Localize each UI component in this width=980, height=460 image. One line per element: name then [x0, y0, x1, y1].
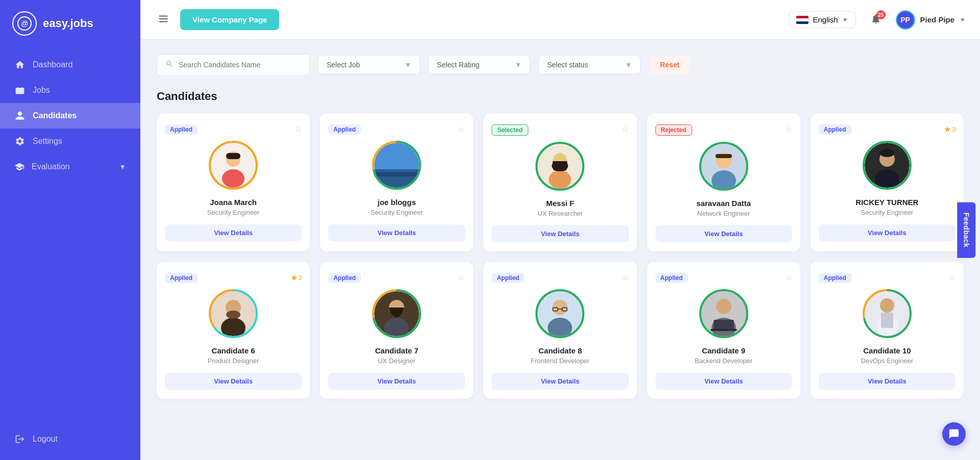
card-top-row: Applied ☆ — [492, 273, 628, 283]
avatar-wrap — [534, 288, 585, 339]
view-details-button[interactable]: View Details — [328, 373, 465, 390]
logout-item[interactable]: Logout — [14, 433, 126, 445]
card-top-row: Applied ☆ — [165, 124, 302, 135]
feedback-button[interactable]: Feedback — [958, 202, 976, 258]
view-details-button[interactable]: View Details — [819, 224, 955, 241]
star-rating[interactable]: ★ 3 — [944, 124, 955, 134]
status-badge: Applied — [819, 273, 851, 283]
section-header: Candidates — [157, 90, 964, 103]
star-rating[interactable]: ☆ — [948, 273, 955, 283]
view-details-button[interactable]: View Details — [492, 373, 628, 390]
star-rating[interactable]: ☆ — [295, 124, 302, 134]
language-selector[interactable]: English ▼ — [789, 11, 855, 28]
candidate-card: Applied ☆ Candidate 7 UX Designer View D… — [320, 262, 473, 399]
sidebar-bottom: Logout — [0, 424, 140, 460]
star-rating[interactable]: ☆ — [458, 124, 465, 134]
status-badge: Applied — [492, 273, 524, 283]
avatar-wrap — [208, 288, 259, 339]
view-company-button[interactable]: View Company Page — [180, 9, 279, 30]
star-rating[interactable]: ★ 3 — [290, 273, 302, 283]
svg-text:@: @ — [21, 19, 28, 28]
candidate-name: Candidate 7 — [375, 346, 419, 355]
candidate-role: Security Engineer — [207, 209, 260, 216]
avatar-wrap — [371, 288, 422, 339]
candidate-role: UX Designer — [378, 357, 415, 365]
candidate-name: Joana March — [210, 198, 257, 207]
rating-chevron-icon: ▼ — [514, 61, 522, 69]
view-details-button[interactable]: View Details — [655, 373, 792, 390]
candidate-role: Network Engineer — [697, 210, 750, 217]
view-details-button[interactable]: View Details — [328, 224, 465, 241]
avatar-wrap — [698, 288, 749, 339]
select-status-dropdown[interactable]: Select status ▼ — [538, 55, 641, 74]
svg-rect-3 — [159, 18, 168, 19]
status-badge: Applied — [819, 124, 851, 135]
star-rating[interactable]: ☆ — [785, 124, 792, 134]
card-top-row: Applied ★ 3 — [819, 124, 955, 135]
svg-rect-4 — [159, 21, 168, 22]
flag-icon — [796, 16, 808, 24]
card-top-row: Applied ☆ — [328, 273, 465, 283]
star-count: 3 — [952, 126, 955, 133]
notification-button[interactable]: 25 — [864, 10, 888, 29]
candidate-name: RICKEY TURNER — [855, 198, 918, 207]
card-top-row: Applied ☆ — [655, 273, 792, 283]
user-name: Pied Pipe — [920, 15, 955, 24]
card-top-row: Applied ★ 3 — [165, 273, 302, 283]
candidate-card: Applied ☆ Joana March Security Engineer … — [157, 113, 310, 251]
chat-bubble[interactable] — [942, 422, 966, 446]
status-badge: Applied — [328, 273, 361, 283]
chevron-down-icon: ▼ — [119, 163, 126, 171]
candidate-card: Selected ☆ Messi F UX Researcher View De… — [483, 113, 636, 251]
select-rating-dropdown[interactable]: Select Rating ▼ — [428, 55, 530, 74]
candidates-label: Candidates — [33, 111, 77, 120]
select-job-dropdown[interactable]: Select Job ▼ — [318, 55, 420, 74]
header: View Company Page English ▼ 25 PP Pied P… — [140, 0, 980, 40]
svg-rect-2 — [159, 16, 168, 17]
card-top-row: Rejected ☆ — [655, 124, 792, 136]
user-profile[interactable]: PP Pied Pipe ▼ — [896, 10, 966, 30]
sidebar: @ easy.jobs Dashboard Jobs Candidates — [0, 0, 140, 460]
candidate-name: Candidate 8 — [538, 346, 582, 355]
candidate-card: Applied ☆ joe bloggs Security Engineer V… — [320, 113, 473, 251]
star-rating[interactable]: ☆ — [458, 273, 465, 283]
candidate-name: joe bloggs — [378, 198, 416, 207]
view-details-button[interactable]: View Details — [492, 225, 628, 242]
avatar-wrap — [862, 140, 913, 191]
sidebar-item-evaluation[interactable]: Evaluation ▼ — [0, 154, 140, 180]
view-details-button[interactable]: View Details — [655, 225, 792, 242]
candidate-name: Candidate 10 — [863, 346, 911, 355]
star-rating[interactable]: ☆ — [622, 273, 629, 283]
view-details-button[interactable]: View Details — [165, 224, 302, 241]
reset-button[interactable]: Reset — [649, 56, 691, 74]
star-rating[interactable]: ☆ — [785, 273, 792, 283]
view-details-button[interactable]: View Details — [165, 373, 302, 390]
search-input-wrap — [157, 54, 310, 75]
star-filled-icon: ★ — [290, 273, 298, 283]
avatar-wrap — [534, 141, 585, 192]
sidebar-item-candidates[interactable]: Candidates — [0, 103, 140, 129]
candidate-role: Security Engineer — [371, 209, 423, 216]
logout-label: Logout — [33, 435, 58, 444]
view-details-button[interactable]: View Details — [819, 373, 955, 390]
search-icon — [165, 60, 174, 70]
status-badge: Applied — [165, 273, 198, 283]
logout-icon — [14, 433, 26, 445]
star-filled-icon: ★ — [944, 124, 951, 134]
svg-point-18 — [536, 143, 583, 190]
hamburger-button[interactable] — [155, 10, 172, 29]
briefcase-icon — [14, 85, 26, 96]
star-rating[interactable]: ☆ — [622, 124, 629, 134]
candidate-role: Security Engineer — [861, 209, 914, 216]
settings-label: Settings — [33, 137, 62, 146]
sidebar-item-settings[interactable]: Settings — [0, 129, 140, 154]
search-input[interactable] — [179, 61, 301, 69]
graduation-icon — [14, 161, 24, 172]
sidebar-item-dashboard[interactable]: Dashboard — [0, 52, 140, 78]
sidebar-item-jobs[interactable]: Jobs — [0, 78, 140, 103]
home-icon — [14, 59, 26, 70]
candidate-role: UX Researcher — [537, 210, 583, 217]
status-badge: Selected — [492, 124, 528, 136]
user-avatar: PP — [896, 10, 915, 30]
candidate-name: Candidate 6 — [212, 346, 255, 355]
